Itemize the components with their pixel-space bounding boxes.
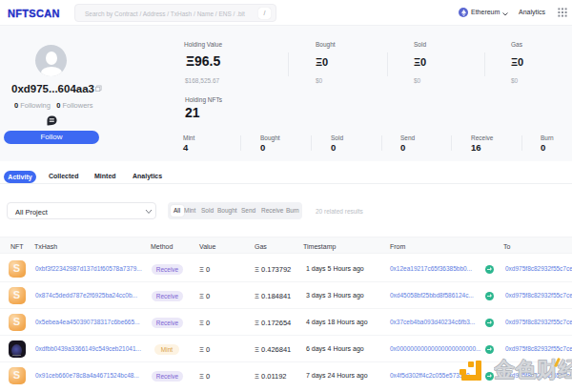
svg-text:金色财经: 金色财经 bbox=[494, 358, 572, 382]
